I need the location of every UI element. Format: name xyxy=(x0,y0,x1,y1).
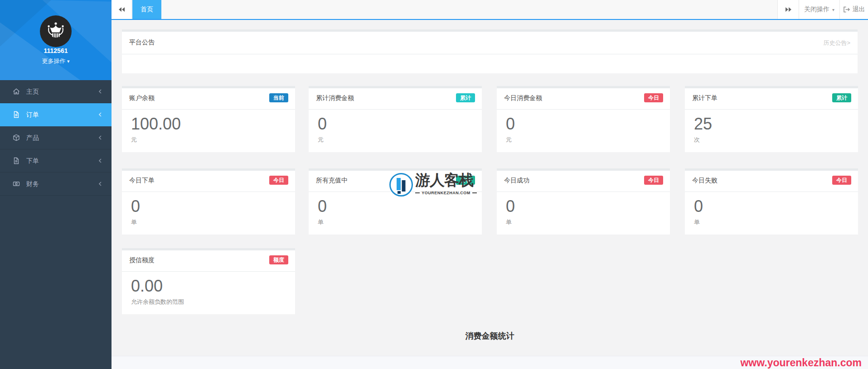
cube-icon xyxy=(13,134,20,141)
sidebar-item-finance[interactable]: 财务 xyxy=(0,173,112,196)
card-value: 100.00 xyxy=(131,115,286,133)
tabs-scroll-left-button[interactable] xyxy=(112,0,132,19)
status-badge: 今日 xyxy=(832,176,851,185)
sign-out-icon xyxy=(843,6,850,13)
card-title: 今日成功 xyxy=(504,177,529,185)
chevron-left-icon xyxy=(97,134,103,141)
card-unit: 单 xyxy=(131,218,286,226)
sidebar-item-orders[interactable]: 订单 xyxy=(0,103,112,126)
announcement-body xyxy=(122,54,858,73)
status-badge: 今日 xyxy=(644,176,663,185)
card-value: 0 xyxy=(318,198,473,215)
card-value: 0 xyxy=(506,115,661,133)
stat-card-recharging: 所有充值中所有 0单 xyxy=(309,168,482,235)
sidebar-header: 1112561 更多操作 ▾ xyxy=(0,0,112,80)
backward-icon xyxy=(118,7,125,12)
card-value: 0 xyxy=(694,198,849,215)
status-badge: 所有 xyxy=(456,176,475,185)
status-badge: 今日 xyxy=(644,93,663,102)
card-title: 今日失败 xyxy=(692,177,718,185)
history-announcements-link[interactable]: 历史公告> xyxy=(823,39,850,47)
status-badge: 当前 xyxy=(269,93,288,102)
file-icon xyxy=(13,157,20,164)
stat-card-total-consumption: 累计消费金额累计 0元 xyxy=(309,86,482,152)
username: 1112561 xyxy=(0,47,112,54)
footer-site-link: www.yourenkezhan.com xyxy=(740,356,862,369)
card-title: 所有充值中 xyxy=(316,177,348,185)
sidebar-item-label: 产品 xyxy=(26,134,39,141)
stat-card-today-success: 今日成功今日 0单 xyxy=(497,168,670,235)
topbar: 首页 关闭操作▾ 退出 xyxy=(112,0,868,20)
stat-card-today-consumption: 今日消费金额今日 0元 xyxy=(497,86,670,152)
sidebar-menu: 主页 订单 xyxy=(0,80,112,196)
card-unit: 元 xyxy=(506,136,661,144)
card-unit: 单 xyxy=(506,218,661,226)
card-value: 0 xyxy=(506,198,661,215)
logout-button[interactable]: 退出 xyxy=(839,0,868,19)
card-value: 0 xyxy=(318,115,473,133)
chevron-left-icon xyxy=(97,158,103,164)
card-unit: 单 xyxy=(694,218,849,226)
consumption-stats-title: 消费金额统计 xyxy=(112,331,868,341)
status-badge: 额度 xyxy=(269,255,288,264)
card-title: 累计下单 xyxy=(692,94,718,102)
announcement-header: 平台公告 历史公告> xyxy=(122,32,858,54)
card-unit: 允许余额负数的范围 xyxy=(131,298,286,306)
announcement-title: 平台公告 xyxy=(129,38,155,47)
card-unit: 元 xyxy=(318,136,473,144)
stat-card-credit-limit: 授信额度额度 0.00允许余额负数的范围 xyxy=(122,248,295,314)
status-badge: 累计 xyxy=(456,93,475,102)
card-unit: 单 xyxy=(318,218,473,226)
file-icon xyxy=(13,111,20,118)
sidebar-item-label: 财务 xyxy=(26,180,39,187)
dashboard-screen: 1112561 更多操作 ▾ 主页 xyxy=(0,0,868,369)
caret-down-icon: ▾ xyxy=(832,7,834,12)
money-icon xyxy=(13,180,20,187)
topbar-right-controls: 关闭操作▾ 退出 xyxy=(777,0,868,19)
card-value: 0.00 xyxy=(131,278,286,295)
tab-home[interactable]: 首页 xyxy=(132,0,161,19)
chevron-left-icon xyxy=(97,88,103,95)
close-actions-dropdown[interactable]: 关闭操作▾ xyxy=(799,0,839,19)
card-unit: 元 xyxy=(131,136,286,144)
crown-logo-icon xyxy=(45,21,66,42)
sidebar-item-label: 下单 xyxy=(26,157,39,164)
stat-card-balance: 账户余额当前 100.00元 xyxy=(122,86,295,152)
chevron-left-icon xyxy=(97,111,103,118)
sidebar-item-label: 主页 xyxy=(26,88,39,95)
more-actions-dropdown[interactable]: 更多操作 ▾ xyxy=(0,57,112,65)
status-badge: 累计 xyxy=(832,93,851,102)
sidebar-item-place-order[interactable]: 下单 xyxy=(0,149,112,173)
stat-card-today-orders: 今日下单今日 0单 xyxy=(122,168,295,235)
sidebar-item-label: 订单 xyxy=(26,111,39,118)
status-badge: 今日 xyxy=(269,176,288,185)
sidebar: 1112561 更多操作 ▾ 主页 xyxy=(0,0,112,369)
sidebar-item-home[interactable]: 主页 xyxy=(0,80,112,103)
tabs-scroll-right-button[interactable] xyxy=(777,0,799,19)
card-title: 授信额度 xyxy=(129,256,155,264)
card-title: 累计消费金额 xyxy=(316,94,354,102)
card-unit: 次 xyxy=(694,136,849,144)
card-title: 今日下单 xyxy=(129,177,155,185)
forward-icon xyxy=(785,7,792,12)
stat-card-total-orders: 累计下单累计 25次 xyxy=(685,86,858,152)
stat-card-today-failed: 今日失败今日 0单 xyxy=(685,168,858,235)
card-value: 0 xyxy=(131,198,286,215)
footer-bar: www.yourenkezhan.com xyxy=(112,356,868,369)
sidebar-item-products[interactable]: 产品 xyxy=(0,126,112,149)
chevron-left-icon xyxy=(97,181,103,187)
card-title: 今日消费金额 xyxy=(504,94,542,102)
caret-down-icon: ▾ xyxy=(67,58,70,64)
announcement-panel: 平台公告 历史公告> xyxy=(122,29,858,73)
avatar[interactable] xyxy=(40,15,72,47)
card-title: 账户余额 xyxy=(129,94,155,102)
card-value: 25 xyxy=(694,115,849,133)
home-icon xyxy=(13,88,20,95)
